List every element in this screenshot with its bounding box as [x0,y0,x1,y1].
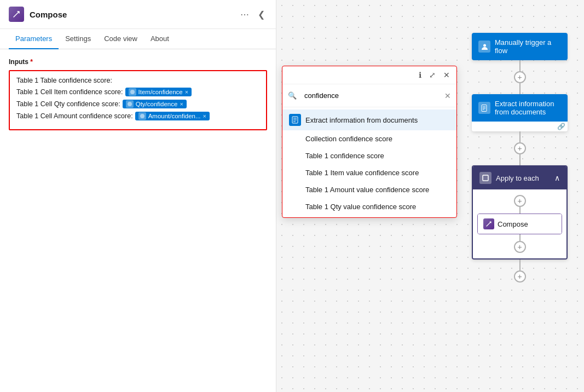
search-clear-button[interactable]: ✕ [444,91,451,100]
line-2 [519,131,521,142]
row1-text: Table 1 Table confidence score: [16,77,112,84]
line-1 [519,60,521,71]
dropdown-extract-item[interactable]: Extract information from documents [282,109,456,130]
chip-close[interactable]: × [180,101,183,107]
dropdown-header: ℹ ⤢ ✕ [282,66,456,84]
dropdown-sub-item-1[interactable]: Collection confidence score [282,130,456,147]
svg-point-1 [128,102,132,106]
dropdown-panel: ℹ ⤢ ✕ 🔍 ✕ Extract information from docum… [282,66,457,218]
chip-amount-confidence[interactable]: Amount/confiden... × [135,112,210,120]
input-row-4: Table 1 Cell Amount confidence score: Am… [16,112,259,120]
search-icon: 🔍 [288,91,297,100]
apply-node-body: + Compose + [473,189,566,258]
tabs: Parameters Settings Code view About [0,29,276,49]
add-button-bottom[interactable]: + [514,270,526,283]
compose-inner-icon [483,218,494,229]
extract-icon [289,114,301,126]
dropdown-sub-item-2[interactable]: Table 1 confidence score [282,147,456,164]
chip-label: Amount/confiden... [148,113,201,119]
row3-text: Table 1 Cell Qty confidence score: [16,100,120,108]
line-2b [519,154,521,165]
collapse-apply-button[interactable]: ∧ [554,174,560,182]
svg-point-7 [483,44,486,47]
connector-bottom: + [514,260,526,283]
sub-label-2: Table 1 confidence score [305,152,384,160]
trigger-node[interactable]: Manually trigger a flow [472,33,568,60]
more-options-button[interactable]: ⋯ [238,8,251,21]
compose-inner-header: Compose [478,214,562,234]
chip-close[interactable]: × [203,113,206,119]
line-3 [519,207,521,214]
panel-title: Compose [30,10,233,19]
info-button[interactable]: ℹ [417,70,424,80]
chip-icon [129,88,136,96]
tab-parameters[interactable]: Parameters [9,29,59,49]
add-button-1[interactable]: + [514,71,526,83]
chip-label: Item/confidence [138,89,183,95]
sub-label-3: Table 1 Item value confidence score [305,169,419,177]
inputs-label: Inputs * [9,58,267,66]
connector-2: + [514,131,526,165]
extract-node-icon [478,102,490,114]
dropdown-sub-item-5[interactable]: Table 1 Qty value confidence score [282,198,456,215]
apply-node-label: Apply to each [496,174,550,182]
input-row-2: Table 1 Cell Item confidence score: Item… [16,88,259,96]
input-row-1: Table 1 Table confidence score: [16,77,259,84]
required-marker: * [30,58,33,66]
panel-content: Inputs * Table 1 Table confidence score:… [0,49,276,392]
compose-inner-node[interactable]: Compose [477,214,562,234]
line-4 [519,234,521,241]
dropdown-section: Extract information from documents Colle… [282,107,456,217]
trigger-node-icon [478,41,490,53]
chip-close[interactable]: × [185,89,188,95]
svg-point-0 [130,90,135,94]
connector-1: + [514,60,526,94]
close-dropdown-button[interactable]: ✕ [441,70,452,80]
apply-node-icon [479,172,492,184]
row2-text: Table 1 Cell Item confidence score: [16,88,123,96]
tab-about[interactable]: About [144,29,176,49]
expand-button[interactable]: ⤢ [427,70,438,80]
add-button-2[interactable]: + [514,142,526,154]
chip-label: Qty/confidence [136,101,178,107]
extract-node-header: Extract information from documents [472,94,568,122]
dropdown-sub-item-4[interactable]: Table 1 Amount value confidence score [282,181,456,198]
input-row-3: Table 1 Cell Qty confidence score: Qty/c… [16,100,259,108]
tab-settings[interactable]: Settings [59,29,97,49]
compose-inner-label: Compose [498,220,528,228]
add-button-3[interactable]: + [514,195,526,207]
extract-node-label: Extract information from documents [495,100,561,116]
extract-node[interactable]: Extract information from documents 🔗 [472,94,568,131]
chip-qty-confidence[interactable]: Qty/confidence × [123,100,187,108]
collapse-panel-button[interactable]: ❮ [256,8,267,21]
trigger-node-header: Manually trigger a flow [472,33,568,60]
left-panel: Compose ⋯ ❮ Parameters Settings Code vie… [0,0,276,392]
extract-item-label: Extract information from documents [305,116,418,124]
panel-header-actions: ⋯ ❮ [238,8,267,21]
sub-label-5: Table 1 Qty value confidence score [305,203,416,211]
sub-label-1: Collection confidence score [305,135,392,143]
apply-node-header: Apply to each ∧ [473,166,566,189]
chip-icon [138,112,146,120]
panel-header: Compose ⋯ ❮ [0,0,276,29]
dropdown-sub-item-3[interactable]: Table 1 Item value confidence score [282,164,456,181]
apply-to-each-node[interactable]: Apply to each ∧ + Compose [472,165,568,260]
sub-label-4: Table 1 Amount value confidence score [305,186,429,194]
chip-item-confidence[interactable]: Item/confidence × [125,88,192,96]
search-input[interactable] [300,89,441,102]
link-icon: 🔗 [557,123,565,130]
chip-icon [126,100,134,108]
svg-point-2 [140,114,144,118]
line-1b [519,83,521,94]
trigger-node-label: Manually trigger a flow [495,38,561,55]
flow-nodes: Manually trigger a flow + Extract [472,33,568,283]
search-box: 🔍 ✕ [282,84,456,107]
tab-code-view[interactable]: Code view [97,29,144,49]
inputs-box[interactable]: Table 1 Table confidence score: Table 1 … [9,70,267,130]
extract-link-row: 🔗 [472,122,568,131]
compose-header-icon [9,7,24,22]
svg-rect-12 [483,175,488,181]
line-bottom [519,260,521,270]
add-button-4[interactable]: + [514,241,526,253]
row4-text: Table 1 Cell Amount confidence score: [16,112,133,120]
